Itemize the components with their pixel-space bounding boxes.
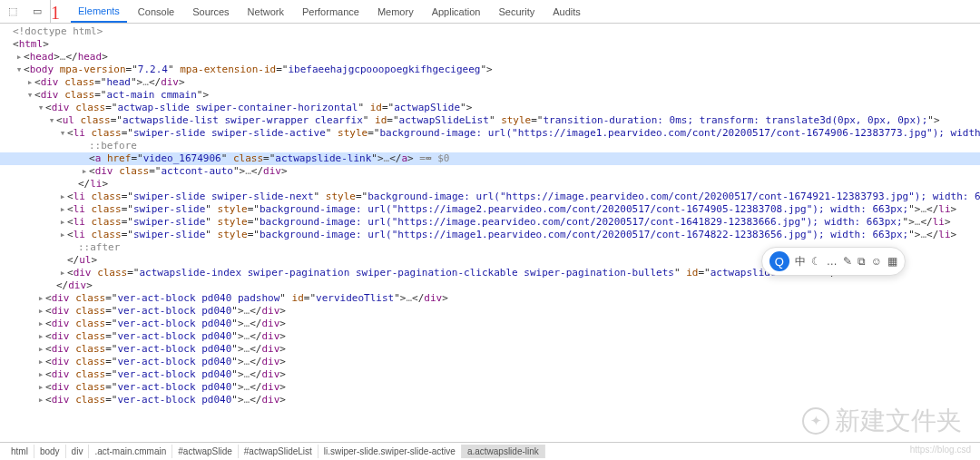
crumb[interactable]: body [34,445,66,458]
tab-network[interactable]: Network [240,2,291,22]
floating-toolbar[interactable]: Q 中 ☾ … ✎ ⧉ ☺ ▦ [761,247,906,276]
crumb[interactable]: a.actwapslide-link [462,445,545,458]
copy-icon[interactable]: ⧉ [858,255,866,268]
qq-icon[interactable]: Q [769,251,789,271]
tab-memory[interactable]: Memory [370,2,421,22]
crumb[interactable]: html [5,445,34,458]
tab-performance[interactable]: Performance [295,2,367,22]
gutter-dots: … [426,150,432,161]
device-icon[interactable]: ▭ [33,5,42,17]
devtools-tabs: ElementsConsoleSourcesNetworkPerformance… [51,0,980,23]
crumb[interactable]: div [66,445,90,458]
tab-audits[interactable]: Audits [545,2,588,22]
crumb[interactable]: #actwapSlide [172,445,238,458]
url-watermark: https://blog.csd [910,445,971,455]
moon-icon[interactable]: ☾ [811,255,821,268]
crumb[interactable]: .act-main.cmmain [89,445,172,458]
lang-label[interactable]: 中 [795,254,806,269]
ellipsis-icon[interactable]: … [827,255,838,268]
devtools-panel: ⬚ ▭ 1 ElementsConsoleSourcesNetworkPerfo… [0,0,980,460]
grid-icon[interactable]: ▦ [887,255,897,268]
smile-icon[interactable]: ☺ [871,255,882,268]
dom-tree[interactable]: <!doctype html><html>▸<head>…</head>▾<bo… [0,24,980,442]
tab-sources[interactable]: Sources [185,2,236,22]
breadcrumb[interactable]: htmlbodydiv.act-main.cmmain#actwapSlide#… [0,442,980,460]
crumb[interactable]: #actwapSlideList [239,445,318,458]
annotation-1: 1 [51,3,60,24]
tab-console[interactable]: Console [131,2,181,22]
pencil-icon[interactable]: ✎ [843,255,852,268]
tab-security[interactable]: Security [491,2,542,22]
crumb[interactable]: li.swiper-slide.swiper-slide-active [318,445,462,458]
devtools-header: ⬚ ▭ 1 ElementsConsoleSourcesNetworkPerfo… [0,0,980,24]
inspect-icon[interactable]: ⬚ [8,5,17,17]
tab-application[interactable]: Application [425,2,488,22]
tab-elements[interactable]: Elements [71,1,127,23]
